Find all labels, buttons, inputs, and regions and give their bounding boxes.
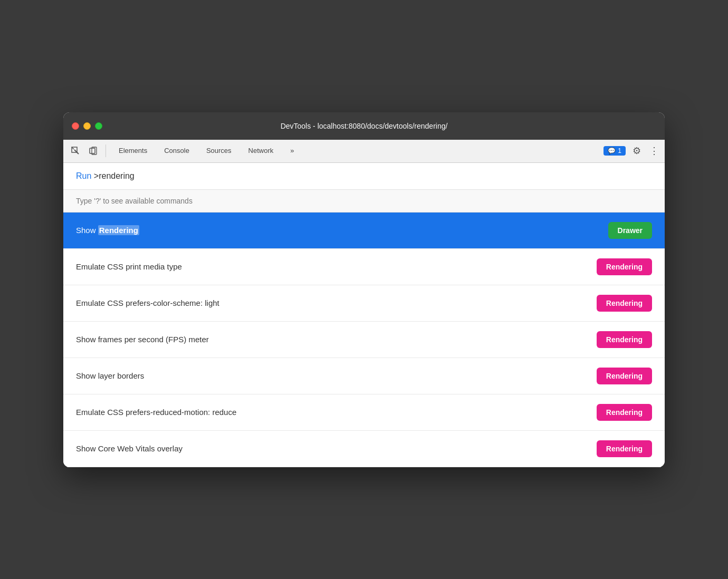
tag-drawer-button[interactable]: Drawer — [608, 222, 652, 239]
command-item-reduced-motion[interactable]: Emulate CSS prefers-reduced-motion: redu… — [63, 394, 665, 431]
run-command: >rendering — [94, 171, 135, 180]
notification-count: 1 — [618, 147, 621, 155]
notification-icon: 💬 — [608, 147, 616, 155]
tab-network[interactable]: Network — [240, 139, 282, 162]
command-item-emulate-color-scheme[interactable]: Emulate CSS prefers-color-scheme: light … — [63, 285, 665, 322]
command-item-fps-meter[interactable]: Show frames per second (FPS) meter Rende… — [63, 322, 665, 358]
command-highlight-rendering: Rendering — [98, 225, 139, 235]
tag-rendering-button-4[interactable]: Rendering — [597, 368, 652, 384]
minimize-button[interactable] — [83, 122, 91, 130]
command-text-emulate-color-scheme: Emulate CSS prefers-color-scheme: light — [76, 298, 219, 307]
notification-badge[interactable]: 💬 1 — [604, 146, 626, 156]
tag-rendering-button-2[interactable]: Rendering — [597, 295, 652, 312]
title-bar: DevTools - localhost:8080/docs/devtools/… — [63, 112, 665, 140]
command-text-fps-meter: Show frames per second (FPS) meter — [76, 335, 209, 344]
svg-rect-2 — [90, 148, 95, 153]
command-list: Show Rendering Drawer Emulate CSS print … — [63, 213, 665, 467]
traffic-lights — [72, 122, 102, 130]
command-text-reduced-motion: Emulate CSS prefers-reduced-motion: redu… — [76, 408, 236, 417]
maximize-button[interactable] — [95, 122, 102, 130]
toolbar-right: 💬 1 ⚙ ⋮ — [604, 143, 660, 159]
devtools-window: DevTools - localhost:8080/docs/devtools/… — [63, 112, 665, 467]
close-button[interactable] — [72, 122, 79, 130]
device-icon — [89, 147, 98, 155]
window-title: DevTools - localhost:8080/docs/devtools/… — [281, 122, 448, 130]
device-toolbar-button[interactable] — [85, 143, 101, 159]
run-label: Run — [76, 171, 91, 180]
more-options-icon: ⋮ — [649, 145, 659, 157]
tag-rendering-button-3[interactable]: Rendering — [597, 331, 652, 348]
command-item-layer-borders[interactable]: Show layer borders Rendering — [63, 358, 665, 394]
tag-rendering-button-5[interactable]: Rendering — [597, 404, 652, 421]
toolbar-tabs: Elements Console Sources Network » — [110, 139, 601, 162]
inspect-icon — [71, 147, 80, 155]
inspect-element-button[interactable] — [68, 143, 83, 159]
command-item-core-web-vitals[interactable]: Show Core Web Vitals overlay Rendering — [63, 431, 665, 467]
command-item-emulate-print[interactable]: Emulate CSS print media type Rendering — [63, 249, 665, 285]
devtools-toolbar: Elements Console Sources Network » 💬 1 ⚙ — [63, 140, 665, 163]
tab-elements[interactable]: Elements — [110, 139, 156, 162]
settings-icon: ⚙ — [633, 145, 641, 157]
command-text-layer-borders: Show layer borders — [76, 371, 144, 380]
command-text-core-web-vitals: Show Core Web Vitals overlay — [76, 444, 183, 453]
command-text-emulate-print: Emulate CSS print media type — [76, 262, 182, 271]
devtools-content: Run >rendering Show Rendering Drawer Emu… — [63, 163, 665, 467]
command-item-show-rendering[interactable]: Show Rendering Drawer — [63, 213, 665, 249]
more-options-button[interactable]: ⋮ — [648, 143, 660, 159]
tab-sources[interactable]: Sources — [198, 139, 240, 162]
command-text-show-rendering: Show Rendering — [76, 226, 139, 235]
command-search-input[interactable] — [76, 197, 652, 205]
search-bar — [63, 190, 665, 213]
run-header: Run >rendering — [63, 163, 665, 190]
settings-button[interactable]: ⚙ — [629, 143, 645, 159]
tab-console[interactable]: Console — [156, 139, 198, 162]
tag-rendering-button-1[interactable]: Rendering — [597, 258, 652, 275]
tab-more[interactable]: » — [282, 139, 302, 162]
tag-rendering-button-6[interactable]: Rendering — [597, 440, 652, 457]
toolbar-separator-1 — [106, 144, 106, 157]
